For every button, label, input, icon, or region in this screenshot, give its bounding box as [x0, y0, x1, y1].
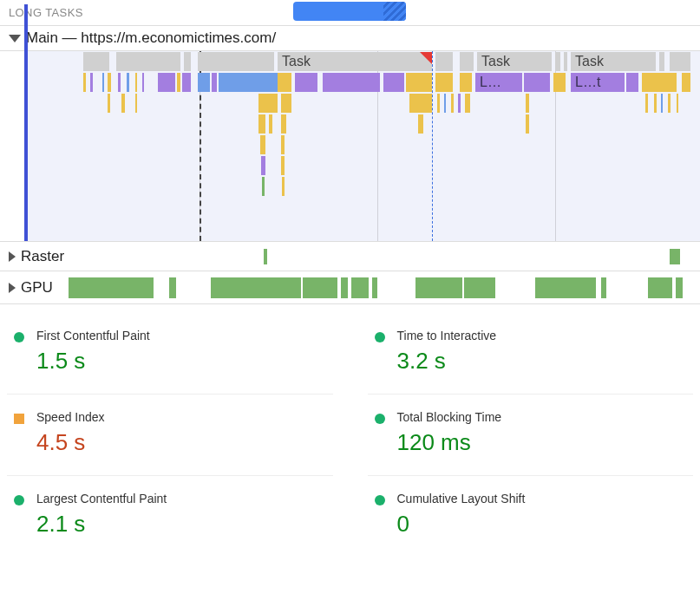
flame-chip[interactable]: [526, 94, 529, 113]
metric-first-contentful-paint[interactable]: First Contentful Paint 1.5 s: [7, 313, 333, 395]
flame-chip[interactable]: [281, 156, 285, 175]
metric-cumulative-layout-shift[interactable]: Cumulative Layout Shift 0: [368, 476, 694, 557]
flame-chip[interactable]: [409, 94, 432, 113]
flame-chip[interactable]: [182, 73, 191, 92]
task-chip[interactable]: [198, 52, 274, 71]
raster-track-header[interactable]: Raster: [0, 242, 700, 271]
gpu-chip[interactable]: [211, 277, 301, 298]
flame-chip[interactable]: [135, 94, 137, 113]
metric-largest-contentful-paint[interactable]: Largest Contentful Paint 2.1 s: [7, 476, 333, 557]
flame-chip[interactable]: [127, 73, 129, 92]
flame-chip[interactable]: [668, 94, 671, 113]
gpu-chip[interactable]: [169, 277, 176, 298]
flame-chip[interactable]: [108, 73, 111, 92]
flame-chip[interactable]: [158, 73, 175, 92]
gpu-chip[interactable]: [415, 277, 462, 298]
flame-chip[interactable]: [661, 94, 663, 113]
metric-time-to-interactive[interactable]: Time to Interactive 3.2 s: [368, 313, 694, 395]
flame-chip[interactable]: [269, 114, 272, 134]
gpu-chip[interactable]: [351, 277, 369, 298]
flame-chip[interactable]: [677, 94, 678, 113]
flame-chip[interactable]: [451, 94, 454, 113]
gpu-chip[interactable]: [676, 277, 683, 298]
task-chip[interactable]: Task: [278, 52, 432, 71]
task-chip[interactable]: [116, 52, 180, 71]
main-track-header[interactable]: Main — https://m.economictimes.com/: [0, 26, 700, 51]
long-task-bar[interactable]: [293, 2, 406, 21]
flame-chip[interactable]: [437, 94, 440, 113]
task-chip[interactable]: Task: [571, 52, 656, 71]
flame-chip[interactable]: [278, 73, 291, 92]
flame-chip[interactable]: [383, 73, 404, 92]
task-chip[interactable]: [659, 52, 664, 71]
flame-chip[interactable]: [444, 94, 446, 113]
gpu-track-header[interactable]: GPU: [0, 271, 700, 304]
task-chip[interactable]: [460, 52, 474, 71]
gpu-chip[interactable]: [464, 277, 495, 298]
flame-chip[interactable]: [435, 73, 453, 92]
raster-chip[interactable]: [670, 249, 680, 264]
flame-chip[interactable]: [261, 156, 265, 175]
task-chip[interactable]: [555, 52, 560, 71]
flame-chip[interactable]: [212, 73, 217, 92]
flame-chip[interactable]: [121, 94, 125, 113]
task-chip[interactable]: Task: [477, 52, 552, 71]
flame-chip[interactable]: [654, 94, 657, 113]
gpu-chip[interactable]: [303, 277, 337, 298]
flame-chip[interactable]: [282, 177, 285, 196]
task-chip[interactable]: [83, 52, 109, 71]
flame-chip[interactable]: [406, 73, 432, 92]
flame-chip[interactable]: [553, 73, 566, 92]
flame-chip[interactable]: [281, 94, 291, 113]
flame-chip[interactable]: [626, 73, 638, 92]
flame-chip[interactable]: [526, 114, 529, 134]
flame-chart[interactable]: Task Task Task L… L…t: [0, 51, 700, 242]
gpu-chip[interactable]: [648, 277, 672, 298]
chevron-right-icon[interactable]: [9, 283, 16, 293]
flame-chip[interactable]: [524, 73, 550, 92]
flame-chip[interactable]: [135, 73, 137, 92]
flame-chip[interactable]: [219, 73, 278, 92]
flame-chip[interactable]: [262, 177, 265, 196]
flame-chip[interactable]: [118, 73, 121, 92]
task-chip[interactable]: [670, 52, 690, 71]
gpu-chip[interactable]: [372, 277, 377, 298]
flame-chip[interactable]: [323, 73, 380, 92]
gpu-chip[interactable]: [69, 277, 154, 298]
flame-chip[interactable]: [108, 94, 110, 113]
flame-chip[interactable]: [83, 73, 86, 92]
flame-chip[interactable]: [177, 73, 180, 92]
flame-chip[interactable]: [682, 73, 690, 92]
activity-row: [24, 176, 700, 197]
gpu-chip[interactable]: [535, 277, 596, 298]
flame-chip[interactable]: [295, 73, 317, 92]
raster-chip[interactable]: [264, 249, 267, 264]
metric-total-blocking-time[interactable]: Total Blocking Time 120 ms: [368, 395, 694, 476]
chevron-down-icon[interactable]: [9, 35, 21, 42]
flame-chip[interactable]: [460, 73, 472, 92]
flame-chip[interactable]: [645, 94, 648, 113]
flame-chip[interactable]: [142, 73, 144, 92]
task-chip[interactable]: [435, 52, 453, 71]
task-chip[interactable]: [184, 52, 191, 71]
flame-chip[interactable]: [198, 73, 210, 92]
metric-label: Cumulative Layout Shift: [397, 492, 526, 505]
flame-chip[interactable]: [465, 94, 470, 113]
flame-chip[interactable]: [418, 114, 423, 134]
flame-chip[interactable]: [260, 135, 265, 154]
flame-chip[interactable]: [458, 94, 461, 113]
flame-chip[interactable]: [258, 114, 265, 134]
flame-chip[interactable]: [90, 73, 93, 92]
flame-chip[interactable]: L…: [475, 73, 522, 92]
flame-chip[interactable]: [281, 135, 285, 154]
flame-chip[interactable]: [102, 73, 104, 92]
chevron-right-icon[interactable]: [9, 251, 16, 262]
gpu-chip[interactable]: [341, 277, 348, 298]
flame-chip[interactable]: [281, 114, 286, 134]
gpu-chip[interactable]: [601, 277, 606, 298]
flame-chip[interactable]: [258, 94, 278, 113]
task-chip[interactable]: [564, 52, 567, 71]
flame-chip[interactable]: [642, 73, 677, 92]
flame-chip[interactable]: L…t: [571, 73, 625, 92]
metric-speed-index[interactable]: Speed Index 4.5 s: [7, 395, 333, 476]
